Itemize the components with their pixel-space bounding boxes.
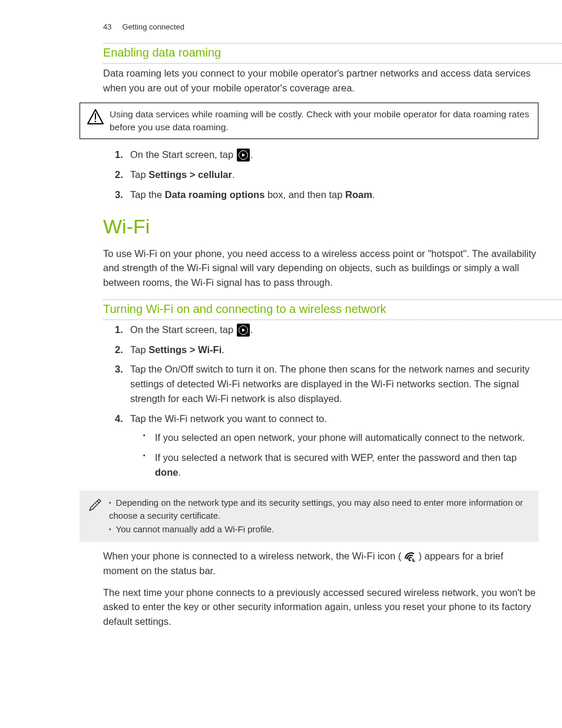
- step-text: .: [372, 189, 375, 200]
- warning-callout: Using data services while roaming will b…: [80, 103, 538, 140]
- step-text: .: [222, 344, 224, 355]
- text-span: When your phone is connected to a wirele…: [103, 551, 404, 561]
- step-text-bold: Settings > Wi-Fi: [148, 344, 222, 355]
- step-text-bold: Settings > cellular: [148, 169, 232, 180]
- step-item: Tap the Data roaming options box, and th…: [115, 187, 538, 202]
- note-bullet: Depending on the network type and its se…: [109, 496, 533, 523]
- wifi-icon: [404, 551, 416, 562]
- section-heading-wifi-connect: Turning Wi-Fi on and connecting to a wir…: [103, 302, 538, 316]
- chapter-title: Getting connected: [122, 22, 184, 31]
- svg-point-4: [409, 559, 411, 561]
- main-heading-wifi: Wi-Fi: [103, 215, 538, 238]
- steps-list: On the Start screen, tap . Tap Settings …: [115, 147, 538, 202]
- note-callout: Depending on the network type and its se…: [80, 490, 538, 542]
- step-item: On the Start screen, tap .: [115, 322, 538, 337]
- step-text: .: [232, 169, 235, 180]
- step-item: Tap Settings > cellular.: [115, 167, 538, 182]
- step-text-bold: Roam: [345, 189, 372, 200]
- bullet-text-bold: done: [155, 467, 178, 477]
- svg-line-3: [97, 501, 99, 503]
- step-text: Tap: [130, 344, 148, 355]
- arrow-tile-icon: [236, 149, 250, 162]
- page-number: 43: [103, 22, 111, 31]
- warning-icon: [84, 108, 107, 124]
- divider: [103, 43, 562, 44]
- step-item: Tap the On/Off switch to turn it on. The…: [115, 362, 538, 406]
- body-paragraph: To use Wi-Fi on your phone, you need acc…: [103, 246, 538, 290]
- warning-text: Using data services while roaming will b…: [107, 108, 532, 134]
- step-text: box, and then tap: [265, 189, 345, 200]
- step-item: Tap the Wi-Fi network you want to connec…: [115, 411, 538, 480]
- sub-bullet-list: If you selected an open network, your ph…: [143, 430, 538, 479]
- step-text: On the Start screen, tap: [130, 149, 236, 160]
- document-page: 43 Getting connected Enabling data roami…: [0, 0, 562, 629]
- pencil-icon: [83, 496, 107, 513]
- step-text: .: [250, 324, 253, 335]
- divider: [103, 319, 562, 320]
- body-paragraph: Data roaming lets you connect to your mo…: [103, 66, 538, 95]
- note-bullet: You cannot manually add a Wi-Fi profile.: [109, 523, 533, 536]
- section-heading-roaming: Enabling data roaming: [103, 46, 538, 60]
- step-text: Tap the Wi-Fi network you want to connec…: [130, 413, 327, 424]
- sub-bullet-item: If you selected a network that is secure…: [143, 450, 538, 480]
- step-text-bold: Data roaming options: [165, 189, 265, 200]
- body-paragraph: The next time your phone connects to a p…: [103, 585, 538, 629]
- steps-list: On the Start screen, tap . Tap Settings …: [115, 322, 538, 480]
- divider: [103, 299, 562, 300]
- divider: [103, 63, 562, 64]
- step-item: Tap Settings > Wi-Fi.: [115, 342, 538, 357]
- note-text: Depending on the network type and its se…: [107, 496, 533, 536]
- step-text: On the Start screen, tap: [130, 324, 236, 335]
- bullet-text: .: [178, 467, 181, 477]
- arrow-tile-icon: [236, 324, 250, 337]
- sub-bullet-item: If you selected an open network, your ph…: [143, 430, 538, 445]
- page-header: 43 Getting connected: [103, 22, 538, 31]
- step-text: Tap: [130, 169, 148, 180]
- step-text: Tap the: [130, 189, 165, 200]
- step-text: Tap the On/Off switch to turn it on. The…: [130, 364, 530, 404]
- bullet-text: If you selected a network that is secure…: [155, 452, 517, 463]
- step-item: On the Start screen, tap .: [115, 147, 538, 162]
- step-text: .: [250, 149, 253, 160]
- svg-point-2: [95, 120, 97, 122]
- body-paragraph: When your phone is connected to a wirele…: [103, 549, 538, 578]
